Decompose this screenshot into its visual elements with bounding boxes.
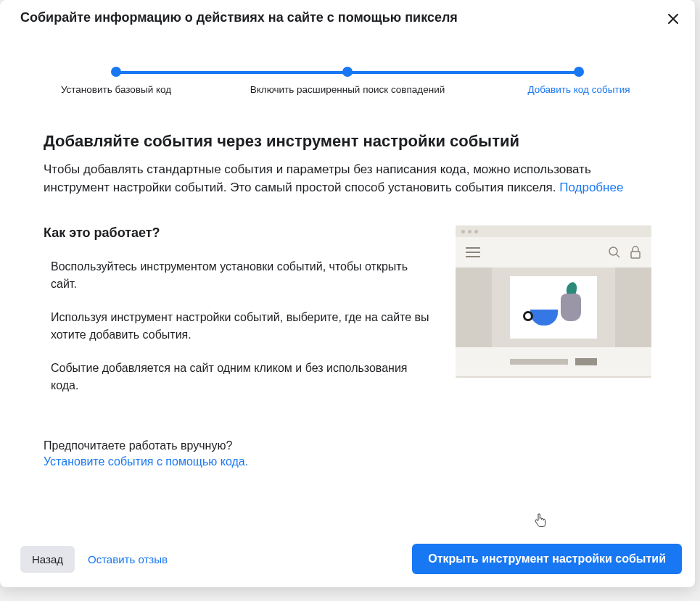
step-2: Включить расширенный поиск совпадений	[260, 67, 435, 95]
illus-browser-dots	[456, 225, 651, 237]
feedback-link[interactable]: Оставить отзыв	[88, 553, 168, 565]
svg-line-1	[617, 254, 619, 257]
website-illustration	[456, 225, 651, 378]
lock-icon	[630, 246, 641, 259]
modal-footer: Назад Оставить отзыв Открыть инструмент …	[0, 534, 695, 587]
back-button[interactable]: Назад	[20, 546, 75, 573]
svg-rect-2	[631, 252, 640, 258]
step-label-2: Включить расширенный поиск совпадений	[250, 84, 445, 95]
learn-more-link[interactable]: Подробнее	[559, 181, 623, 194]
illus-header-icons	[608, 246, 641, 259]
step-label-3: Добавить код события	[527, 84, 630, 95]
how-right-column	[456, 225, 651, 410]
how-step-1: Воспользуйтесь инструментом установки со…	[44, 258, 434, 293]
step-dot-2	[342, 67, 353, 77]
content-description-text: Чтобы добавлять стандартные события и па…	[44, 162, 591, 194]
manual-question: Предпочитаете работать вручную?	[44, 439, 651, 452]
how-step-3: Событие добавляется на сайт одним кликом…	[44, 360, 434, 394]
stepper: Установить базовый код Включить расширен…	[65, 67, 630, 96]
manual-code-link[interactable]: Установите события с помощью кода.	[44, 455, 651, 468]
hamburger-icon	[466, 247, 480, 257]
modal-body: Установить базовый код Включить расширен…	[0, 38, 695, 534]
search-icon	[608, 246, 621, 259]
close-icon	[666, 12, 680, 26]
manual-section: Предпочитаете работать вручную? Установи…	[44, 439, 651, 468]
illus-footer	[456, 347, 651, 376]
modal-title: Собирайте информацию о действиях на сайт…	[20, 10, 458, 25]
illus-product-card	[510, 276, 597, 339]
close-button[interactable]	[664, 10, 682, 30]
open-event-tool-button[interactable]: Открыть инструмент настройки событий	[412, 544, 682, 574]
content-description: Чтобы добавлять стандартные события и па…	[44, 161, 651, 196]
step-label-1: Установить базовый код	[61, 84, 171, 95]
footer-left: Назад Оставить отзыв	[20, 546, 168, 573]
illus-site-header	[456, 237, 651, 268]
illus-content	[456, 268, 651, 347]
how-it-works-section: Как это работает? Воспользуйтесь инструм…	[44, 225, 651, 410]
modal-header: Собирайте информацию о действиях на сайт…	[0, 0, 695, 38]
svg-point-0	[609, 247, 617, 255]
how-step-2: Используя инструмент настройки событий, …	[44, 309, 434, 344]
content-heading: Добавляйте события через инструмент наст…	[44, 132, 651, 151]
modal-dialog: Собирайте информацию о действиях на сайт…	[0, 0, 695, 587]
step-3: Добавить код события	[492, 67, 666, 95]
how-title: Как это работает?	[44, 225, 434, 241]
step-dot-1	[111, 67, 121, 77]
how-left-column: Как это работает? Воспользуйтесь инструм…	[44, 225, 434, 410]
step-dot-3	[574, 67, 584, 77]
step-1: Установить базовый код	[29, 67, 203, 95]
